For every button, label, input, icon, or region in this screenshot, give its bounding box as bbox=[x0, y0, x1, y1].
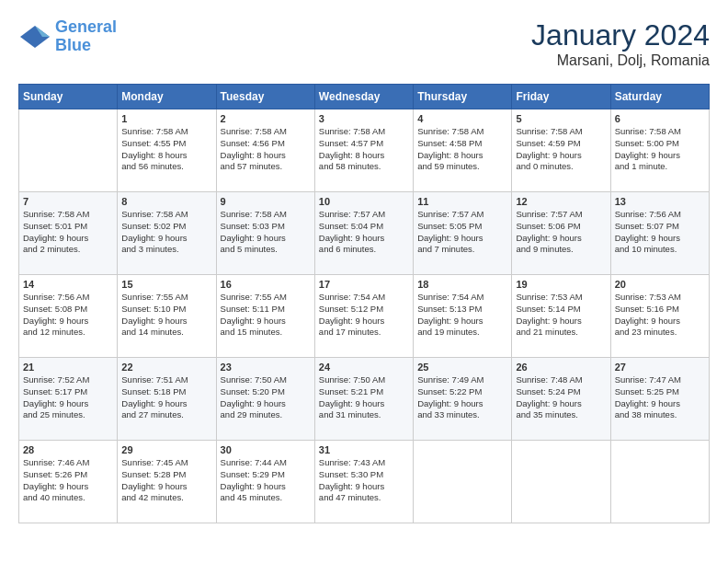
day-number: 12 bbox=[516, 196, 606, 207]
day-info: Sunrise: 7:56 AM Sunset: 5:07 PM Dayligh… bbox=[615, 209, 705, 256]
day-info: Sunrise: 7:44 AM Sunset: 5:29 PM Dayligh… bbox=[221, 457, 311, 504]
calendar-day-cell: 22Sunrise: 7:51 AM Sunset: 5:18 PM Dayli… bbox=[118, 358, 216, 441]
weekday-header: Thursday bbox=[414, 85, 512, 109]
weekday-header: Wednesday bbox=[314, 85, 413, 109]
day-info: Sunrise: 7:53 AM Sunset: 5:16 PM Dayligh… bbox=[615, 292, 705, 339]
weekday-header: Monday bbox=[118, 85, 216, 109]
logo: General Blue bbox=[18, 18, 117, 55]
calendar-day-cell: 31Sunrise: 7:43 AM Sunset: 5:30 PM Dayli… bbox=[314, 441, 413, 523]
day-number: 22 bbox=[121, 362, 211, 373]
day-info: Sunrise: 7:58 AM Sunset: 4:55 PM Dayligh… bbox=[121, 126, 211, 173]
month-title: January 2024 bbox=[531, 18, 710, 52]
day-number: 1 bbox=[121, 113, 211, 124]
day-number: 16 bbox=[221, 279, 311, 290]
day-info: Sunrise: 7:46 AM Sunset: 5:26 PM Dayligh… bbox=[23, 457, 113, 504]
day-info: Sunrise: 7:55 AM Sunset: 5:11 PM Dayligh… bbox=[221, 292, 311, 339]
calendar-day-cell: 24Sunrise: 7:50 AM Sunset: 5:21 PM Dayli… bbox=[314, 358, 413, 441]
day-number: 26 bbox=[516, 362, 606, 373]
calendar-week-row: 28Sunrise: 7:46 AM Sunset: 5:26 PM Dayli… bbox=[19, 441, 710, 523]
calendar-day-cell: 28Sunrise: 7:46 AM Sunset: 5:26 PM Dayli… bbox=[19, 441, 118, 523]
day-info: Sunrise: 7:52 AM Sunset: 5:17 PM Dayligh… bbox=[23, 374, 113, 421]
calendar-day-cell: 1Sunrise: 7:58 AM Sunset: 4:55 PM Daylig… bbox=[118, 109, 216, 192]
day-info: Sunrise: 7:58 AM Sunset: 5:01 PM Dayligh… bbox=[23, 209, 113, 256]
day-number: 29 bbox=[121, 444, 211, 455]
weekday-header: Friday bbox=[512, 85, 610, 109]
calendar-day-cell: 7Sunrise: 7:58 AM Sunset: 5:01 PM Daylig… bbox=[19, 192, 118, 275]
calendar-day-cell: 16Sunrise: 7:55 AM Sunset: 5:11 PM Dayli… bbox=[216, 275, 314, 358]
day-number: 19 bbox=[516, 279, 606, 290]
page-header: General Blue January 2024 Marsani, Dolj,… bbox=[18, 18, 710, 69]
calendar-day-cell: 2Sunrise: 7:58 AM Sunset: 4:56 PM Daylig… bbox=[216, 109, 314, 192]
day-info: Sunrise: 7:57 AM Sunset: 5:06 PM Dayligh… bbox=[516, 209, 606, 256]
day-number: 20 bbox=[615, 279, 705, 290]
calendar-day-cell: 25Sunrise: 7:49 AM Sunset: 5:22 PM Dayli… bbox=[414, 358, 512, 441]
day-number: 4 bbox=[417, 113, 507, 124]
calendar-day-cell bbox=[512, 441, 610, 523]
day-info: Sunrise: 7:47 AM Sunset: 5:25 PM Dayligh… bbox=[615, 374, 705, 421]
title-block: January 2024 Marsani, Dolj, Romania bbox=[531, 18, 710, 69]
day-info: Sunrise: 7:53 AM Sunset: 5:14 PM Dayligh… bbox=[516, 292, 606, 339]
calendar-day-cell: 4Sunrise: 7:58 AM Sunset: 4:58 PM Daylig… bbox=[414, 109, 512, 192]
day-info: Sunrise: 7:50 AM Sunset: 5:21 PM Dayligh… bbox=[319, 374, 409, 421]
day-number: 30 bbox=[221, 444, 311, 455]
calendar-day-cell: 30Sunrise: 7:44 AM Sunset: 5:29 PM Dayli… bbox=[216, 441, 314, 523]
calendar-day-cell: 29Sunrise: 7:45 AM Sunset: 5:28 PM Dayli… bbox=[118, 441, 216, 523]
day-number: 18 bbox=[417, 279, 507, 290]
day-number: 27 bbox=[615, 362, 705, 373]
day-info: Sunrise: 7:56 AM Sunset: 5:08 PM Dayligh… bbox=[23, 292, 113, 339]
day-number: 6 bbox=[615, 113, 705, 124]
day-info: Sunrise: 7:58 AM Sunset: 5:02 PM Dayligh… bbox=[121, 209, 211, 256]
calendar-week-row: 21Sunrise: 7:52 AM Sunset: 5:17 PM Dayli… bbox=[19, 358, 710, 441]
calendar-day-cell: 11Sunrise: 7:57 AM Sunset: 5:05 PM Dayli… bbox=[414, 192, 512, 275]
day-number: 24 bbox=[319, 362, 409, 373]
calendar-day-cell: 20Sunrise: 7:53 AM Sunset: 5:16 PM Dayli… bbox=[610, 275, 709, 358]
day-info: Sunrise: 7:57 AM Sunset: 5:04 PM Dayligh… bbox=[319, 209, 409, 256]
day-number: 3 bbox=[319, 113, 409, 124]
calendar-day-cell: 13Sunrise: 7:56 AM Sunset: 5:07 PM Dayli… bbox=[610, 192, 709, 275]
logo-text: General Blue bbox=[55, 18, 117, 55]
day-number: 2 bbox=[221, 113, 311, 124]
calendar-day-cell: 26Sunrise: 7:48 AM Sunset: 5:24 PM Dayli… bbox=[512, 358, 610, 441]
logo-icon bbox=[18, 24, 51, 50]
calendar-body: 1Sunrise: 7:58 AM Sunset: 4:55 PM Daylig… bbox=[19, 109, 710, 523]
location: Marsani, Dolj, Romania bbox=[531, 52, 710, 69]
calendar-day-cell: 18Sunrise: 7:54 AM Sunset: 5:13 PM Dayli… bbox=[414, 275, 512, 358]
calendar-day-cell: 15Sunrise: 7:55 AM Sunset: 5:10 PM Dayli… bbox=[118, 275, 216, 358]
calendar-day-cell: 12Sunrise: 7:57 AM Sunset: 5:06 PM Dayli… bbox=[512, 192, 610, 275]
weekday-header: Sunday bbox=[19, 85, 118, 109]
day-number: 21 bbox=[23, 362, 113, 373]
day-number: 28 bbox=[23, 444, 113, 455]
day-number: 10 bbox=[319, 196, 409, 207]
day-number: 31 bbox=[319, 444, 409, 455]
calendar-header-row: SundayMondayTuesdayWednesdayThursdayFrid… bbox=[19, 85, 710, 109]
day-number: 11 bbox=[417, 196, 507, 207]
calendar-day-cell: 5Sunrise: 7:58 AM Sunset: 4:59 PM Daylig… bbox=[512, 109, 610, 192]
calendar-day-cell: 9Sunrise: 7:58 AM Sunset: 5:03 PM Daylig… bbox=[216, 192, 314, 275]
weekday-header: Saturday bbox=[610, 85, 709, 109]
day-info: Sunrise: 7:50 AM Sunset: 5:20 PM Dayligh… bbox=[221, 374, 311, 421]
calendar-day-cell: 27Sunrise: 7:47 AM Sunset: 5:25 PM Dayli… bbox=[610, 358, 709, 441]
day-info: Sunrise: 7:58 AM Sunset: 5:00 PM Dayligh… bbox=[615, 126, 705, 173]
calendar-day-cell bbox=[414, 441, 512, 523]
day-number: 17 bbox=[319, 279, 409, 290]
calendar-day-cell bbox=[19, 109, 118, 192]
calendar-week-row: 7Sunrise: 7:58 AM Sunset: 5:01 PM Daylig… bbox=[19, 192, 710, 275]
day-info: Sunrise: 7:58 AM Sunset: 4:59 PM Dayligh… bbox=[516, 126, 606, 173]
calendar-day-cell: 3Sunrise: 7:58 AM Sunset: 4:57 PM Daylig… bbox=[314, 109, 413, 192]
day-info: Sunrise: 7:49 AM Sunset: 5:22 PM Dayligh… bbox=[417, 374, 507, 421]
day-info: Sunrise: 7:43 AM Sunset: 5:30 PM Dayligh… bbox=[319, 457, 409, 504]
day-number: 23 bbox=[221, 362, 311, 373]
calendar-day-cell: 19Sunrise: 7:53 AM Sunset: 5:14 PM Dayli… bbox=[512, 275, 610, 358]
weekday-header: Tuesday bbox=[216, 85, 314, 109]
calendar-day-cell: 14Sunrise: 7:56 AM Sunset: 5:08 PM Dayli… bbox=[19, 275, 118, 358]
calendar-day-cell: 6Sunrise: 7:58 AM Sunset: 5:00 PM Daylig… bbox=[610, 109, 709, 192]
calendar-day-cell bbox=[610, 441, 709, 523]
day-number: 15 bbox=[121, 279, 211, 290]
day-info: Sunrise: 7:58 AM Sunset: 5:03 PM Dayligh… bbox=[221, 209, 311, 256]
calendar-table: SundayMondayTuesdayWednesdayThursdayFrid… bbox=[18, 84, 710, 523]
calendar-week-row: 1Sunrise: 7:58 AM Sunset: 4:55 PM Daylig… bbox=[19, 109, 710, 192]
day-info: Sunrise: 7:45 AM Sunset: 5:28 PM Dayligh… bbox=[121, 457, 211, 504]
day-info: Sunrise: 7:58 AM Sunset: 4:57 PM Dayligh… bbox=[319, 126, 409, 173]
day-number: 9 bbox=[221, 196, 311, 207]
calendar-week-row: 14Sunrise: 7:56 AM Sunset: 5:08 PM Dayli… bbox=[19, 275, 710, 358]
